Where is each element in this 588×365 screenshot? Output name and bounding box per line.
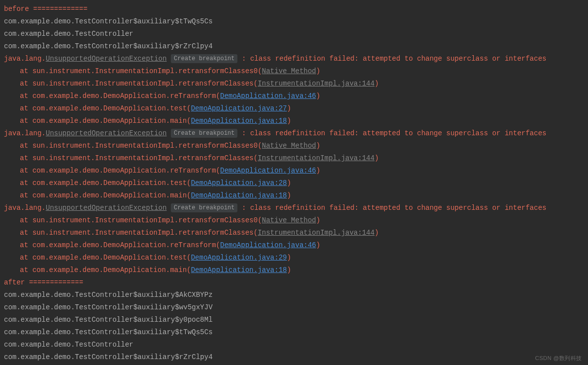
console-line: com.example.demo.TestController$auxiliar…	[4, 351, 584, 364]
stack-frame-text: at sun.instrument.InstrumentationImpl.re…	[20, 216, 262, 224]
console-line: com.example.demo.TestController	[4, 339, 584, 351]
console-line: com.example.demo.TestController$auxiliar…	[4, 301, 584, 314]
create-breakpoint-button[interactable]: Create breakpoint	[171, 203, 237, 212]
source-link[interactable]: Native Method	[262, 142, 316, 150]
exception-prefix: java.lang.	[4, 204, 46, 212]
stack-frame-text: at com.example.demo.DemoApplication.test…	[20, 179, 191, 187]
source-link[interactable]: DemoApplication.java:46	[220, 241, 316, 249]
console-line: java.lang.UnsupportedOperationException …	[4, 53, 584, 65]
console-line: at sun.instrument.InstrumentationImpl.re…	[4, 227, 584, 239]
source-link[interactable]: DemoApplication.java:46	[220, 167, 316, 175]
source-link[interactable]: DemoApplication.java:27	[191, 104, 287, 112]
stack-frame-text: at com.example.demo.DemoApplication.reTr…	[20, 167, 220, 175]
console-line: java.lang.UnsupportedOperationException …	[4, 127, 584, 140]
source-link[interactable]: InstrumentationImpl.java:144	[258, 229, 374, 237]
stack-frame-text: at com.example.demo.DemoApplication.reTr…	[20, 92, 220, 100]
source-link[interactable]: Native Method	[262, 216, 316, 224]
stack-frame-text: at com.example.demo.DemoApplication.main…	[20, 191, 191, 199]
stack-frame-text: )	[316, 67, 320, 75]
console-line: after =============	[4, 276, 584, 289]
source-link[interactable]: DemoApplication.java:18	[191, 191, 287, 199]
stack-frame-text: at com.example.demo.DemoApplication.test…	[20, 104, 191, 112]
exception-message: : class redefinition failed: attempted t…	[242, 204, 546, 212]
console-line: com.example.demo.TestController$auxiliar…	[4, 326, 584, 339]
stack-frame-text: )	[316, 142, 320, 150]
console-line: at com.example.demo.DemoApplication.test…	[4, 102, 584, 115]
exception-prefix: java.lang.	[4, 129, 46, 137]
source-link[interactable]: DemoApplication.java:29	[191, 254, 287, 262]
console-line: at com.example.demo.DemoApplication.reTr…	[4, 90, 584, 102]
console-line: before =============	[4, 3, 584, 15]
stack-frame-text: at com.example.demo.DemoApplication.main…	[20, 266, 191, 274]
exception-message: : class redefinition failed: attempted t…	[242, 129, 546, 137]
exception-class-link[interactable]: UnsupportedOperationException	[46, 204, 167, 212]
class-name: com.example.demo.TestController$auxiliar…	[4, 303, 213, 311]
console-line: at com.example.demo.DemoApplication.test…	[4, 252, 584, 264]
console-line: at com.example.demo.DemoApplication.main…	[4, 264, 584, 276]
source-link[interactable]: DemoApplication.java:18	[191, 117, 287, 125]
create-breakpoint-button[interactable]: Create breakpoint	[171, 129, 237, 138]
stack-frame-text: )	[374, 154, 378, 162]
class-name: com.example.demo.TestController	[4, 341, 133, 349]
stack-frame-text: at com.example.demo.DemoApplication.test…	[20, 254, 191, 262]
stack-frame-text: )	[287, 117, 291, 125]
exception-message: : class redefinition failed: attempted t…	[242, 55, 546, 63]
stack-frame-text: at com.example.demo.DemoApplication.main…	[20, 117, 191, 125]
console-line: at sun.instrument.InstrumentationImpl.re…	[4, 78, 584, 90]
source-link[interactable]: InstrumentationImpl.java:144	[258, 80, 374, 88]
stack-frame-text: )	[287, 191, 291, 199]
stack-frame-text: )	[316, 167, 320, 175]
stack-frame-text: )	[287, 179, 291, 187]
source-link[interactable]: DemoApplication.java:28	[191, 179, 287, 187]
console-line: com.example.demo.TestController$auxiliar…	[4, 314, 584, 326]
exception-class-link[interactable]: UnsupportedOperationException	[46, 55, 167, 63]
source-link[interactable]: DemoApplication.java:18	[191, 266, 287, 274]
console-line: at com.example.demo.DemoApplication.main…	[4, 115, 584, 127]
stack-frame-text: at com.example.demo.DemoApplication.reTr…	[20, 241, 220, 249]
stack-frame-text: )	[374, 229, 378, 237]
stack-frame-text: at sun.instrument.InstrumentationImpl.re…	[20, 67, 262, 75]
console-line: at sun.instrument.InstrumentationImpl.re…	[4, 65, 584, 78]
console-line: com.example.demo.TestController$auxiliar…	[4, 15, 584, 28]
console-line: com.example.demo.TestController$auxiliar…	[4, 40, 584, 53]
stack-frame-text: )	[316, 92, 320, 100]
stack-frame-text: )	[287, 254, 291, 262]
console-line: at com.example.demo.DemoApplication.main…	[4, 189, 584, 202]
stack-frame-text: )	[287, 266, 291, 274]
console-line: at sun.instrument.InstrumentationImpl.re…	[4, 214, 584, 227]
console-line: at com.example.demo.DemoApplication.test…	[4, 177, 584, 189]
section-header-before: before =============	[4, 5, 87, 13]
console-line: com.example.demo.TestController	[4, 28, 584, 40]
console-output: before =============com.example.demo.Tes…	[0, 0, 588, 364]
source-link[interactable]: DemoApplication.java:46	[220, 92, 316, 100]
class-name: com.example.demo.TestController$auxiliar…	[4, 328, 213, 336]
watermark: CSDN @数列科技	[535, 355, 582, 362]
console-line: java.lang.UnsupportedOperationException …	[4, 202, 584, 214]
exception-prefix: java.lang.	[4, 55, 46, 63]
source-link[interactable]: Native Method	[262, 67, 316, 75]
stack-frame-text: at sun.instrument.InstrumentationImpl.re…	[20, 80, 258, 88]
stack-frame-text: at sun.instrument.InstrumentationImpl.re…	[20, 142, 262, 150]
create-breakpoint-button[interactable]: Create breakpoint	[171, 54, 237, 63]
class-name: com.example.demo.TestController$auxiliar…	[4, 17, 213, 25]
class-name: com.example.demo.TestController$auxiliar…	[4, 316, 213, 324]
source-link[interactable]: InstrumentationImpl.java:144	[258, 154, 374, 162]
stack-frame-text: )	[374, 80, 378, 88]
exception-class-link[interactable]: UnsupportedOperationException	[46, 129, 167, 137]
stack-frame-text: )	[287, 104, 291, 112]
class-name: com.example.demo.TestController$auxiliar…	[4, 291, 213, 299]
stack-frame-text: at sun.instrument.InstrumentationImpl.re…	[20, 154, 258, 162]
stack-frame-text: )	[316, 216, 320, 224]
console-line: at sun.instrument.InstrumentationImpl.re…	[4, 140, 584, 152]
console-line: com.example.demo.TestController$auxiliar…	[4, 289, 584, 301]
section-header-after: after =============	[4, 278, 83, 286]
class-name: com.example.demo.TestController$auxiliar…	[4, 42, 213, 50]
stack-frame-text: )	[316, 241, 320, 249]
console-line: at com.example.demo.DemoApplication.reTr…	[4, 239, 584, 252]
class-name: com.example.demo.TestController	[4, 30, 133, 38]
console-line: at sun.instrument.InstrumentationImpl.re…	[4, 152, 584, 165]
class-name: com.example.demo.TestController$auxiliar…	[4, 353, 213, 361]
console-line: at com.example.demo.DemoApplication.reTr…	[4, 165, 584, 177]
stack-frame-text: at sun.instrument.InstrumentationImpl.re…	[20, 229, 258, 237]
